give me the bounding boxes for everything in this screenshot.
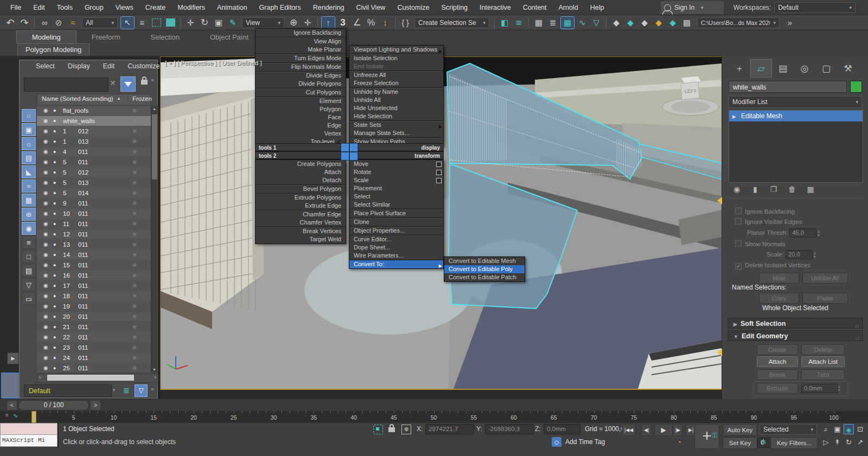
visibility-eye-icon[interactable]: ◉ (43, 260, 48, 270)
frozen-toggle-icon[interactable]: ✳ (119, 281, 150, 291)
name-column-header[interactable]: Name (Sorted Ascending) (42, 95, 113, 102)
object-name[interactable]: 19 (63, 301, 70, 311)
table-row[interactable]: ◉●15011✳ (37, 260, 151, 271)
tab-motion[interactable]: ◎ (794, 59, 815, 78)
delete-isolated-row[interactable]: ✓Delete Isolated Vertices (735, 262, 810, 269)
visibility-eye-icon[interactable]: ◉ (43, 147, 48, 157)
spinner-snap-icon[interactable]: ↕ (379, 16, 392, 29)
orbit-icon[interactable]: ↻ (844, 437, 854, 447)
active-layer-field[interactable]: Default (24, 384, 112, 397)
object-name[interactable]: 20 (63, 312, 70, 322)
table-row[interactable]: ◉●23011✳ (37, 343, 151, 353)
frozen-toggle-icon[interactable]: ✳ (119, 260, 150, 270)
show-normals-row[interactable]: Show Normals (735, 240, 786, 247)
table-row[interactable]: ◉●17011✳ (37, 281, 151, 291)
reference-coordinate-dropdown[interactable]: View▾ (242, 17, 284, 28)
frozen-toggle-icon[interactable]: ✳ (119, 229, 150, 239)
visibility-eye-icon[interactable]: ◉ (43, 301, 48, 311)
vertical-scrollbar[interactable]: ▲ ▼ (151, 106, 158, 372)
maximize-viewport-icon[interactable]: ↗ (855, 437, 865, 447)
expand-arrow-icon[interactable]: ▶ (732, 111, 741, 122)
quad-item-scale[interactable]: Scale (349, 176, 443, 184)
key-filters-button[interactable]: Key Filters... (770, 437, 818, 449)
isolate-selection-toggle-icon[interactable] (373, 425, 383, 434)
object-name[interactable]: 4 (63, 147, 66, 157)
menu-rendering[interactable]: Rendering (307, 0, 350, 15)
visibility-eye-icon[interactable]: ◉ (43, 178, 48, 188)
frozen-toggle-icon[interactable]: ✳ (119, 147, 150, 157)
frozen-toggle-icon[interactable]: ✳ (119, 168, 150, 177)
select-object-button[interactable]: ↖ (120, 16, 135, 29)
visibility-eye-icon[interactable]: ◉ (43, 168, 48, 177)
menu-file[interactable]: File (4, 0, 27, 15)
modifier-stack[interactable]: ▶Editable Mesh (729, 110, 863, 183)
bottom-overflow-icon[interactable]: » (151, 386, 154, 392)
frozen-toggle-icon[interactable]: ✳ (119, 312, 150, 322)
visibility-eye-icon[interactable]: ◉ (43, 363, 48, 372)
selection-lock-icon[interactable] (388, 427, 395, 432)
auto-key-button[interactable]: Auto Key (723, 424, 757, 436)
zoom-all-icon[interactable]: ▣ (832, 424, 843, 434)
table-row[interactable]: ◉●5014✳ (37, 188, 151, 198)
explorer-filter-icon[interactable]: ▽ (22, 278, 36, 291)
time-configuration-icon[interactable]: ◔ (677, 438, 681, 446)
visibility-eye-icon[interactable]: ◉ (43, 116, 48, 126)
pin-stack-icon[interactable]: ◉ (730, 185, 744, 194)
align-icon[interactable]: ≋ (512, 16, 525, 29)
toggle-scene-explorer-icon[interactable]: ▦ (532, 16, 545, 29)
frozen-toggle-icon[interactable]: ✳ (119, 271, 150, 280)
table-row[interactable]: ◉●1012✳ (37, 126, 151, 137)
quad-item-hide-selection[interactable]: Hide Selection (349, 112, 443, 121)
quad-item-view-align[interactable]: View Align (256, 37, 346, 46)
bind-spacewarp-icon[interactable]: ≈ (66, 16, 79, 29)
quad-item-divide-edges[interactable]: Divide Edges (256, 72, 346, 80)
object-name-field[interactable]: white_walls (729, 81, 847, 93)
zoom-extents-icon[interactable]: ◈ (844, 424, 854, 434)
create-button[interactable]: Create (757, 344, 798, 355)
quad-item-vertex[interactable]: Vertex (256, 130, 346, 138)
settings-box-icon[interactable] (436, 170, 442, 175)
quad-item-clone[interactable]: Clone (349, 218, 443, 227)
frozen-toggle-icon[interactable]: ✳ (119, 157, 150, 167)
table-row[interactable]: ◉●18011✳ (37, 291, 151, 301)
quad-item-unfreeze-all[interactable]: Unfreeze All (349, 71, 443, 79)
quad-item-object-properties[interactable]: Object Properties... (349, 227, 443, 235)
quad-item-select-similar[interactable]: Select Similar (349, 201, 443, 209)
menu-arnold[interactable]: Arnold (553, 0, 584, 15)
time-slider-handle[interactable] (31, 411, 36, 423)
menu-civil-view[interactable]: Civil View (350, 0, 391, 15)
explorer-menu-display[interactable]: Display (68, 62, 90, 70)
menu-group[interactable]: Group (79, 0, 110, 15)
menu-content[interactable]: Content (517, 0, 553, 15)
table-row[interactable]: ◉●12011✳ (37, 229, 151, 240)
quad-item-unhide-by-name[interactable]: Unhide by Name (349, 88, 443, 96)
frozen-toggle-icon[interactable]: ✳ (119, 353, 150, 363)
open-in-viewport-icon[interactable]: ▦ (680, 16, 693, 29)
quad-item-dope-sheet[interactable]: Dope Sheet... (349, 243, 443, 252)
tab-utilities[interactable]: ⚒ (837, 59, 859, 78)
table-row[interactable]: ◉●flat_roofs✳ (37, 106, 151, 116)
selection-filter-dropdown[interactable]: All▾ (82, 17, 118, 28)
snaps-toggle-icon[interactable]: 3 (336, 16, 349, 29)
rotate-icon[interactable]: ↻ (198, 16, 211, 29)
checkbox-icon[interactable] (735, 218, 742, 224)
object-name[interactable]: 11 (63, 219, 69, 229)
explorer-column-headers[interactable]: Name (Sorted Ascending) ▲ Frozen (37, 94, 151, 106)
frozen-toggle-icon[interactable]: ✳ (119, 322, 150, 332)
explorer-menu-customize[interactable]: Customize (127, 62, 159, 70)
frozen-toggle-icon[interactable]: ✳ (119, 363, 150, 372)
table-row[interactable]: ◉●22011✳ (37, 332, 151, 343)
frame-forward-button[interactable]: > (90, 400, 101, 410)
quad-item-rotate[interactable]: Rotate (349, 168, 443, 176)
explorer-overflow-icon[interactable]: » (151, 76, 154, 83)
quad-item-create-polygons[interactable]: Create Polygons (256, 160, 346, 168)
spinner-arrows-icon[interactable]: ▲▼ (837, 384, 841, 392)
quad-item-cut-polygons[interactable]: Cut Polygons (256, 88, 346, 97)
explorer-filter-icon[interactable]: ▤ (22, 151, 36, 164)
explorer-filter-icon[interactable]: ▤ (22, 264, 36, 277)
object-name[interactable]: 17 (63, 281, 70, 291)
clear-search-icon[interactable]: ✕ (110, 79, 116, 87)
visibility-eye-icon[interactable]: ◉ (43, 353, 48, 363)
object-name[interactable]: 14 (63, 250, 70, 260)
menu-customize[interactable]: Customize (391, 0, 435, 15)
